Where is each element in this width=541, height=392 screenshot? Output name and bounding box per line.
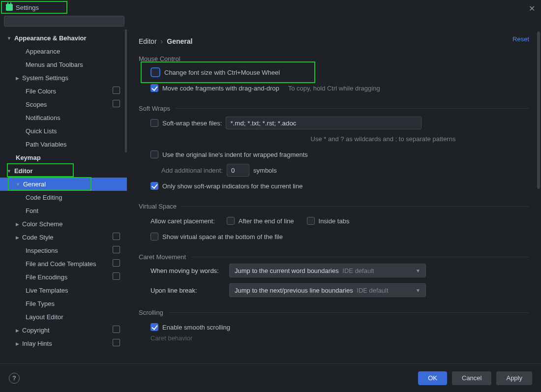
breadcrumb-current: General bbox=[167, 37, 192, 45]
input-soft-wrap-patterns[interactable] bbox=[226, 117, 421, 129]
help-button[interactable]: ? bbox=[9, 373, 20, 384]
breadcrumb: Editor › General bbox=[139, 34, 529, 48]
android-icon bbox=[6, 4, 13, 11]
checkbox-original-indent[interactable] bbox=[150, 151, 158, 158]
checkbox-drag-drop[interactable] bbox=[150, 84, 158, 92]
close-icon[interactable]: ✕ bbox=[529, 4, 535, 13]
section-scrolling: Scrolling bbox=[139, 309, 163, 316]
sidebar-item-color-scheme[interactable]: Color Scheme bbox=[0, 217, 127, 231]
label-drag-drop: Move code fragments with drag-and-drop bbox=[162, 85, 279, 92]
chevron-down-icon: ▼ bbox=[416, 288, 421, 293]
section-mouse-control: Mouse Control bbox=[139, 55, 529, 62]
sidebar: Appearance & Behavior Appearance Menus a… bbox=[0, 30, 127, 377]
sidebar-item-system-settings[interactable]: System Settings bbox=[0, 71, 127, 85]
apply-button[interactable]: Apply bbox=[496, 371, 532, 385]
sidebar-item-scopes[interactable]: Scopes bbox=[0, 98, 127, 111]
checkbox-soft-wrap-files[interactable] bbox=[150, 119, 158, 127]
breadcrumb-root[interactable]: Editor bbox=[139, 37, 157, 45]
label-moving-by-words: When moving by words: bbox=[150, 267, 224, 274]
label-virtual-bottom: Show virtual space at the bottom of the … bbox=[162, 233, 283, 241]
titlebar: Settings bbox=[1, 1, 67, 14]
sidebar-item-inlay-hints[interactable]: Inlay Hints bbox=[0, 337, 127, 350]
checkbox-smooth-scroll[interactable] bbox=[150, 323, 158, 331]
search-input[interactable] bbox=[4, 16, 124, 27]
chevron-down-icon: ▼ bbox=[416, 268, 421, 273]
project-scope-icon bbox=[114, 234, 120, 240]
reset-link[interactable]: Reset bbox=[512, 35, 529, 43]
chevron-right-icon: › bbox=[161, 37, 163, 45]
sidebar-item-notifications[interactable]: Notifications bbox=[0, 111, 127, 124]
project-scope-icon bbox=[114, 327, 120, 333]
sidebar-item-editor[interactable]: Editor bbox=[0, 164, 127, 178]
footer: ? OK Cancel Apply bbox=[0, 363, 541, 392]
content-panel: Editor › General Reset Mouse Control Cha… bbox=[127, 30, 541, 377]
label-indent-symbols: symbols bbox=[253, 167, 277, 174]
content-scrollbar[interactable] bbox=[537, 31, 540, 189]
sidebar-item-keymap[interactable]: Keymap bbox=[0, 151, 127, 164]
label-softwrap-indicators: Only show soft-wrap indicators for the c… bbox=[162, 182, 302, 190]
sidebar-item-font[interactable]: Font bbox=[0, 204, 127, 217]
checkbox-change-font-size[interactable] bbox=[150, 67, 160, 77]
sidebar-item-file-types[interactable]: File Types bbox=[0, 297, 127, 310]
sidebar-item-code-editing[interactable]: Code Editing bbox=[0, 191, 127, 204]
sidebar-item-path-variables[interactable]: Path Variables bbox=[0, 138, 127, 151]
sidebar-item-file-code-templates[interactable]: File and Code Templates bbox=[0, 257, 127, 271]
checkbox-softwrap-indicators[interactable] bbox=[150, 182, 158, 190]
section-virtual-space: Virtual Space bbox=[139, 203, 177, 210]
project-scope-icon bbox=[114, 260, 120, 267]
sidebar-item-menus-toolbars[interactable]: Menus and Toolbars bbox=[0, 58, 127, 71]
select-moving-by-words[interactable]: Jump to the current word boundaries IDE … bbox=[229, 264, 426, 277]
ok-button[interactable]: OK bbox=[418, 371, 447, 385]
cancel-button[interactable]: Cancel bbox=[452, 371, 491, 385]
project-scope-icon bbox=[114, 340, 120, 346]
label-soft-wrap-files: Soft-wrap these files: bbox=[162, 120, 222, 127]
checkbox-virtual-bottom[interactable] bbox=[150, 233, 158, 241]
project-scope-icon bbox=[114, 273, 120, 280]
checkbox-inside-tabs[interactable] bbox=[307, 217, 315, 225]
label-additional-indent: Add additional indent: bbox=[161, 167, 223, 174]
label-caret-behavior-cut: Caret behavior bbox=[150, 335, 192, 341]
label-original-indent: Use the original line's indent for wrapp… bbox=[162, 151, 308, 158]
sidebar-item-file-colors[interactable]: File Colors bbox=[0, 85, 127, 98]
hint-wildcards: Use * and ? as wildcards and ; to separa… bbox=[311, 135, 456, 143]
checkbox-after-eol[interactable] bbox=[227, 217, 235, 225]
label-upon-line-break: Upon line break: bbox=[150, 287, 224, 294]
sidebar-item-inspections[interactable]: Inspections bbox=[0, 244, 127, 257]
select-upon-line-break[interactable]: Jump to the next/previous line boundarie… bbox=[229, 283, 426, 297]
project-scope-icon bbox=[114, 247, 120, 253]
input-additional-indent[interactable] bbox=[227, 164, 249, 177]
label-change-font-size: Change font size with Ctrl+Mouse Wheel bbox=[164, 69, 280, 76]
sidebar-item-layout-editor[interactable]: Layout Editor bbox=[0, 310, 127, 324]
label-allow-caret: Allow caret placement: bbox=[150, 217, 215, 225]
window-title: Settings bbox=[16, 4, 39, 11]
sidebar-item-appearance-behavior[interactable]: Appearance & Behavior bbox=[0, 31, 127, 45]
label-after-eol: After the end of line bbox=[239, 217, 294, 225]
label-smooth-scroll: Enable smooth scrolling bbox=[162, 324, 230, 331]
sidebar-item-quick-lists[interactable]: Quick Lists bbox=[0, 124, 127, 138]
sidebar-item-general[interactable]: General bbox=[0, 178, 127, 191]
sidebar-item-appearance[interactable]: Appearance bbox=[0, 45, 127, 58]
sidebar-item-code-style[interactable]: Code Style bbox=[0, 231, 127, 244]
project-scope-icon bbox=[114, 101, 120, 107]
section-soft-wraps: Soft Wraps bbox=[139, 105, 170, 112]
sidebar-item-file-encodings[interactable]: File Encodings bbox=[0, 271, 127, 284]
hint-drag-drop: To copy, hold Ctrl while dragging bbox=[288, 85, 380, 92]
sidebar-item-live-templates[interactable]: Live Templates bbox=[0, 284, 127, 297]
project-scope-icon bbox=[114, 88, 120, 94]
sidebar-item-copyright[interactable]: Copyright bbox=[0, 324, 127, 337]
section-caret-movement: Caret Movement bbox=[139, 253, 186, 261]
label-inside-tabs: Inside tabs bbox=[319, 217, 350, 225]
